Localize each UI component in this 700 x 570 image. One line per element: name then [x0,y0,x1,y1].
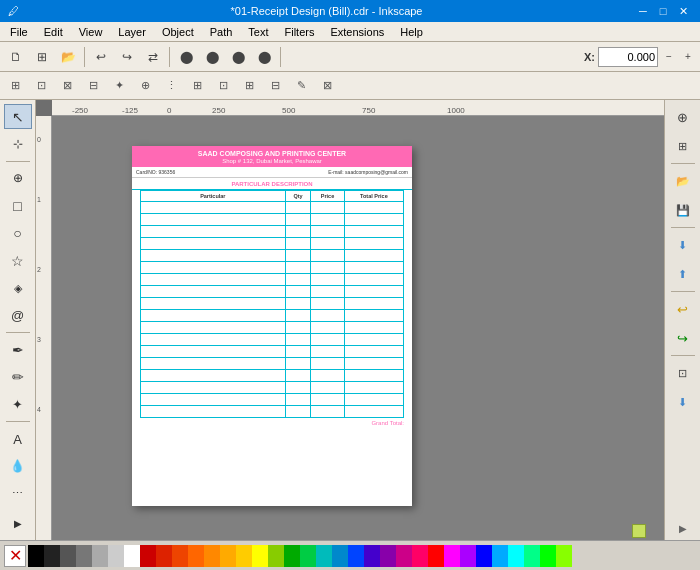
color-swatch-31[interactable] [524,545,540,567]
close-button[interactable]: ✕ [674,3,692,19]
canvas-area[interactable]: -250 -125 0 250 500 750 1000 0 1 2 3 4 [36,100,664,540]
open-button[interactable]: 📂 [56,45,80,69]
color-swatch-3[interactable] [76,545,92,567]
color-swatch-5[interactable] [108,545,124,567]
color-swatch-29[interactable] [492,545,508,567]
color-swatch-23[interactable] [396,545,412,567]
snap-btn-2[interactable]: ⊡ [30,76,52,96]
snap-btn-13[interactable]: ⊠ [316,76,338,96]
rt-copy[interactable]: ⊡ [669,360,697,386]
pencil-tool[interactable]: ✏ [4,365,32,390]
menu-item-path[interactable]: Path [202,24,241,40]
color-swatch-21[interactable] [364,545,380,567]
calligraphy-tool[interactable]: ✦ [4,392,32,417]
no-color-swatch[interactable]: ✕ [4,545,26,567]
menu-item-object[interactable]: Object [154,24,202,40]
canvas-content[interactable]: SAAD COMPOSING AND PRINTING CENTER Shop … [52,116,664,540]
snap-btn-7[interactable]: ⋮ [160,76,182,96]
color-swatch-19[interactable] [332,545,348,567]
color-swatch-33[interactable] [556,545,572,567]
color-swatch-30[interactable] [508,545,524,567]
rect-tool[interactable]: □ [4,193,32,218]
snap-btn-3[interactable]: ⊠ [56,76,78,96]
snap-btn-1[interactable]: ⊞ [4,76,26,96]
rt-save[interactable]: 💾 [669,197,697,223]
snap-btn-10[interactable]: ⊞ [238,76,260,96]
select-tool[interactable]: ↖ [4,104,32,129]
color-swatch-27[interactable] [460,545,476,567]
rt-undo[interactable]: ↩ [669,296,697,322]
rt-zoom-in[interactable]: ⊕ [669,104,697,130]
lt-down-arrow[interactable]: ▶ [4,511,32,536]
menu-item-filters[interactable]: Filters [277,24,323,40]
redo-button[interactable]: ↪ [115,45,139,69]
color-swatch-18[interactable] [316,545,332,567]
menu-item-view[interactable]: View [71,24,111,40]
align-left-button[interactable]: ⬤ [174,45,198,69]
3d-box-tool[interactable]: ◈ [4,275,32,300]
color-swatch-25[interactable] [428,545,444,567]
color-swatch-9[interactable] [172,545,188,567]
menu-item-text[interactable]: Text [240,24,276,40]
snap-btn-5[interactable]: ✦ [108,76,130,96]
text-tool[interactable]: A [4,426,32,451]
x-minus-button[interactable]: − [661,45,677,69]
color-swatch-7[interactable] [140,545,156,567]
rt-open[interactable]: 📂 [669,168,697,194]
menu-item-extensions[interactable]: Extensions [322,24,392,40]
spiral-tool[interactable]: @ [4,303,32,328]
dropper-tool[interactable]: 💧 [4,454,32,479]
distribute-button[interactable]: ⬤ [252,45,276,69]
menu-item-help[interactable]: Help [392,24,431,40]
x-plus-button[interactable]: + [680,45,696,69]
color-swatch-2[interactable] [60,545,76,567]
node-tool[interactable]: ⊹ [4,131,32,156]
menu-item-file[interactable]: File [2,24,36,40]
color-swatch-24[interactable] [412,545,428,567]
ellipse-tool[interactable]: ○ [4,221,32,246]
color-swatch-10[interactable] [188,545,204,567]
color-swatch-0[interactable] [28,545,44,567]
color-swatch-26[interactable] [444,545,460,567]
rt-export[interactable]: ⬆ [669,261,697,287]
color-swatch-20[interactable] [348,545,364,567]
rt-zoom-out[interactable]: ⊞ [669,133,697,159]
maximize-button[interactable]: □ [654,3,672,19]
color-swatch-17[interactable] [300,545,316,567]
align-right-button[interactable]: ⬤ [226,45,250,69]
zoom-tool[interactable]: ⊕ [4,166,32,191]
color-swatch-22[interactable] [380,545,396,567]
color-swatch-11[interactable] [204,545,220,567]
grid-button[interactable]: ⊞ [30,45,54,69]
color-swatch-32[interactable] [540,545,556,567]
rt-import[interactable]: ⬇ [669,232,697,258]
menu-item-layer[interactable]: Layer [110,24,154,40]
color-swatch-12[interactable] [220,545,236,567]
snap-btn-8[interactable]: ⊞ [186,76,208,96]
color-swatch-16[interactable] [284,545,300,567]
color-swatch-8[interactable] [156,545,172,567]
new-button[interactable]: 🗋 [4,45,28,69]
snap-btn-11[interactable]: ⊟ [264,76,286,96]
snap-btn-9[interactable]: ⊡ [212,76,234,96]
color-swatch-13[interactable] [236,545,252,567]
color-swatch-4[interactable] [92,545,108,567]
menu-item-edit[interactable]: Edit [36,24,71,40]
snap-btn-12[interactable]: ✎ [290,76,312,96]
rt-redo[interactable]: ↪ [669,325,697,351]
swap-button[interactable]: ⇄ [141,45,165,69]
rt-paste[interactable]: ⬇ [669,389,697,415]
color-swatch-14[interactable] [252,545,268,567]
color-swatch-6[interactable] [124,545,140,567]
undo-button[interactable]: ↩ [89,45,113,69]
snap-btn-4[interactable]: ⊟ [82,76,104,96]
x-coord-input[interactable] [598,47,658,67]
rt-down-arrow[interactable]: ▶ [677,521,689,536]
star-tool[interactable]: ☆ [4,248,32,273]
color-swatch-1[interactable] [44,545,60,567]
align-center-button[interactable]: ⬤ [200,45,224,69]
snap-btn-6[interactable]: ⊕ [134,76,156,96]
pen-tool[interactable]: ✒ [4,337,32,362]
spray-tool[interactable]: ⋯ [4,481,32,506]
color-swatch-28[interactable] [476,545,492,567]
